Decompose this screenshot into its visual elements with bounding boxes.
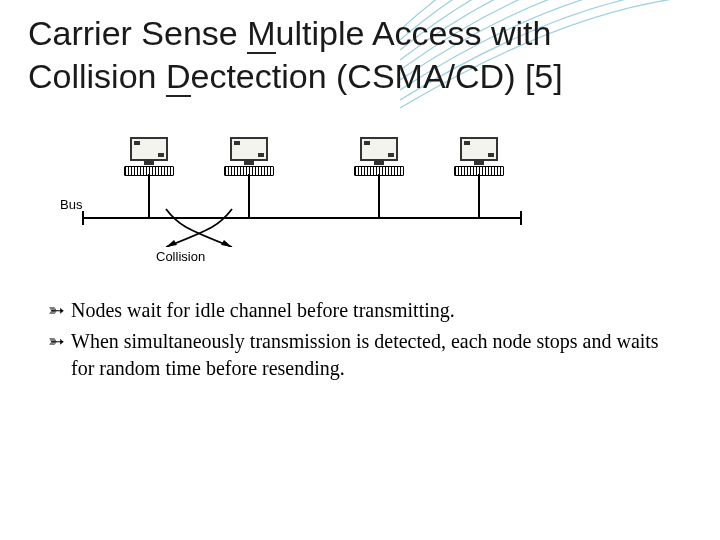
collision-icon — [164, 207, 234, 247]
slide-title: Carrier Sense Multiple Access with Colli… — [28, 12, 692, 97]
drop-cable-2 — [248, 174, 250, 217]
monitor-stand — [244, 161, 254, 165]
drop-cable-3 — [378, 174, 380, 217]
title-line1: Carrier Sense Multiple Access with — [28, 14, 551, 54]
monitor-stand — [144, 161, 154, 165]
collision-label: Collision — [156, 249, 205, 264]
node-2 — [214, 137, 284, 176]
monitor-icon — [460, 137, 498, 161]
bus-left-stub — [82, 211, 84, 225]
bullet-text: Nodes wait for idle channel before trans… — [71, 297, 682, 324]
bullet-text: When simultaneously transmission is dete… — [71, 328, 682, 382]
list-item: ➳ When simultaneously transmission is de… — [48, 328, 682, 382]
monitor-icon — [230, 137, 268, 161]
list-item: ➳ Nodes wait for idle channel before tra… — [48, 297, 682, 324]
slide: Carrier Sense Multiple Access with Colli… — [0, 0, 720, 540]
bus-line — [82, 217, 522, 219]
drop-cable-1 — [148, 174, 150, 217]
bus-right-stub — [520, 211, 522, 225]
node-1 — [114, 137, 184, 176]
svg-marker-1 — [166, 240, 177, 247]
node-3 — [344, 137, 414, 176]
title-line2: Collision Dectection (CSMA/CD) [5] — [28, 57, 563, 97]
bullet-list: ➳ Nodes wait for idle channel before tra… — [48, 297, 682, 382]
monitor-stand — [474, 161, 484, 165]
monitor-icon — [130, 137, 168, 161]
bus-label: Bus — [60, 197, 82, 212]
node-4 — [444, 137, 514, 176]
bullet-marker-icon: ➳ — [48, 328, 65, 355]
bullet-marker-icon: ➳ — [48, 297, 65, 324]
monitor-icon — [360, 137, 398, 161]
drop-cable-4 — [478, 174, 480, 217]
monitor-stand — [374, 161, 384, 165]
svg-marker-0 — [221, 240, 232, 247]
csma-cd-diagram: Bus Collision — [64, 137, 534, 267]
